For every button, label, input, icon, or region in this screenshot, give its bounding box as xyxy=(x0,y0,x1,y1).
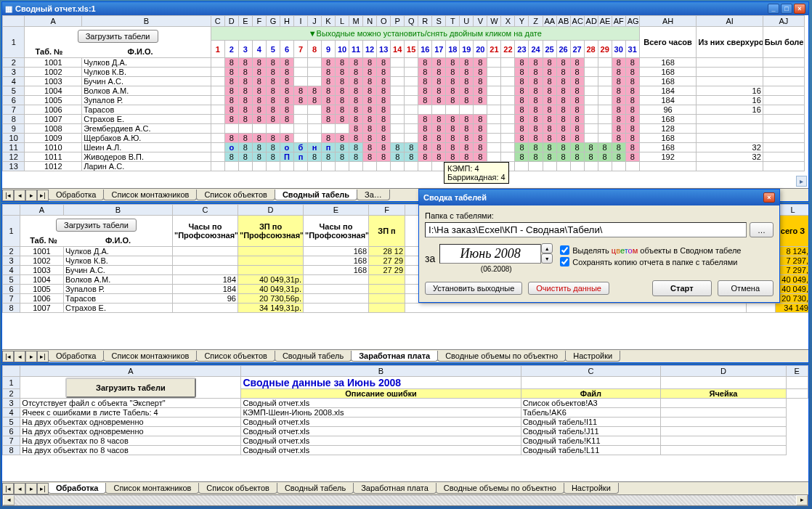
window-title: Сводный отчет.xls:1 xyxy=(15,4,96,13)
day-2[interactable]: 2 xyxy=(224,41,238,58)
load-button-1[interactable]: Загрузить табели xyxy=(78,30,158,43)
day-19[interactable]: 19 xyxy=(460,41,474,58)
day-11[interactable]: 11 xyxy=(349,41,363,58)
col-total-hours: Всего часов xyxy=(639,27,697,58)
sheet-tabs-3: |◂◂▸▸| ОбработкаСписок монтажниковСписок… xyxy=(2,481,808,494)
btn-cancel[interactable]: Отмена xyxy=(718,280,774,296)
day-4[interactable]: 4 xyxy=(252,41,266,58)
cell-tooltip: КЭМП: 4 Баррикадная: 4 xyxy=(444,162,509,184)
col-overtime: Из них сверхурочно xyxy=(697,27,763,58)
day-26[interactable]: 26 xyxy=(556,41,570,58)
day-15[interactable]: 15 xyxy=(405,41,418,58)
month-down[interactable]: ▼ xyxy=(541,253,553,264)
corner-cell[interactable] xyxy=(3,16,25,27)
sheet-tab[interactable]: Заработная плата xyxy=(353,483,437,494)
day-13[interactable]: 13 xyxy=(377,41,391,58)
sheet-tabs-2: |◂◂▸▸| ОбработкаСписок монтажниковСписок… xyxy=(2,349,808,362)
day-6[interactable]: 6 xyxy=(280,41,293,58)
grid-1[interactable]: A B CDEFGHIJKLMNOPQRSTUVWXYZAAABACADAEAF… xyxy=(2,15,805,171)
col-tab-no: Таб. № xyxy=(26,47,71,56)
load-button-2[interactable]: Загрузить табели xyxy=(56,219,137,232)
dialog-close-button[interactable]: × xyxy=(763,192,775,203)
day-30[interactable]: 30 xyxy=(612,41,625,58)
sheet-tab[interactable]: Настройки xyxy=(565,351,620,362)
day-14[interactable]: 14 xyxy=(391,41,405,58)
sheet-tab[interactable]: Обработка xyxy=(48,190,104,200)
day-3[interactable]: 3 xyxy=(238,41,252,58)
sheet-tab[interactable]: Список объектов xyxy=(198,483,277,494)
day-28[interactable]: 28 xyxy=(584,41,598,58)
day-21[interactable]: 21 xyxy=(487,41,501,58)
col-sick: Был болен xyxy=(763,27,804,58)
folder-path-input[interactable] xyxy=(425,222,747,237)
day-24[interactable]: 24 xyxy=(529,41,543,58)
browse-button[interactable]: … xyxy=(750,222,774,237)
hscroll-3[interactable]: ◂▸ xyxy=(2,494,808,506)
sheet-tab[interactable]: Список монтажников xyxy=(103,190,197,200)
day-10[interactable]: 10 xyxy=(336,41,349,58)
day-1[interactable]: 1 xyxy=(211,41,224,58)
grid-3[interactable]: A B C D E 1 Загрузить табели Сводные дан… xyxy=(2,365,808,455)
dialog-titlebar: Сводка табелей × xyxy=(419,190,779,205)
sheet-tab[interactable]: Список монтажников xyxy=(103,351,197,362)
sheet-tab[interactable]: Сводные объемы по объектно xyxy=(437,351,566,362)
tab-first[interactable]: |◂ xyxy=(2,190,14,201)
minimize-button[interactable]: _ xyxy=(768,4,779,14)
load-button-3[interactable]: Загрузить табели xyxy=(65,378,196,398)
workbook-window-1: ▦ Сводный отчет.xls:1 _ □ × A B CDEFGHIJ… xyxy=(1,1,809,202)
sheet-tab[interactable]: Заработная плата xyxy=(351,351,438,362)
btn-clear[interactable]: Очистить данные xyxy=(528,282,609,295)
month-sub: (06.2008) xyxy=(481,265,512,273)
month-up[interactable]: ▲ xyxy=(541,243,553,253)
workbook-window-3: A B C D E 1 Загрузить табели Сводные дан… xyxy=(1,365,809,506)
chk-highlight[interactable] xyxy=(560,245,569,255)
day-5[interactable]: 5 xyxy=(266,41,280,58)
folder-label: Папка с табелями: xyxy=(425,211,774,220)
day-20[interactable]: 20 xyxy=(474,41,487,58)
sheet-tab[interactable]: Обработка xyxy=(48,483,106,494)
sheet-tab[interactable]: Сводные объемы по объектно xyxy=(436,483,564,494)
tab-next[interactable]: ▸ xyxy=(25,190,37,201)
sheet-tab[interactable]: За… xyxy=(357,190,390,200)
chk-save-copy[interactable] xyxy=(560,257,569,266)
nav-arrow-right-1[interactable]: ▸ xyxy=(796,176,807,187)
sheet-tab[interactable]: Обработка xyxy=(48,351,104,362)
day-12[interactable]: 12 xyxy=(363,41,377,58)
day-22[interactable]: 22 xyxy=(501,41,515,58)
sheet-tab[interactable]: Список объектов xyxy=(196,190,275,200)
day-17[interactable]: 17 xyxy=(432,41,446,58)
close-button[interactable]: × xyxy=(794,4,805,14)
day-29[interactable]: 29 xyxy=(598,41,612,58)
sheet-tab[interactable]: Сводный табель xyxy=(277,483,354,494)
sheet-tab[interactable]: Настройки xyxy=(564,483,619,494)
day-25[interactable]: 25 xyxy=(543,41,556,58)
titlebar-1: ▦ Сводный отчет.xls:1 _ □ × xyxy=(2,2,808,15)
month-field[interactable]: Июнь 2008 xyxy=(439,244,541,264)
day-7[interactable]: 7 xyxy=(293,41,307,58)
summary-title: Сводные данные за Июнь 2008 xyxy=(241,377,521,389)
banner-text: ▼Выходные можно установить/снять двойным… xyxy=(211,27,639,41)
day-8[interactable]: 8 xyxy=(307,41,321,58)
tab-last[interactable]: ▸| xyxy=(37,190,49,201)
sheet-tab[interactable]: Сводный табель xyxy=(275,351,352,362)
app-icon: ▦ xyxy=(5,4,12,14)
col-fio: Ф.И.О. xyxy=(71,47,208,56)
day-18[interactable]: 18 xyxy=(446,41,460,58)
sheet-tab[interactable]: Список объектов xyxy=(196,351,275,362)
za-label: за xyxy=(425,253,435,264)
maximize-button[interactable]: □ xyxy=(781,4,792,14)
tab-prev[interactable]: ◂ xyxy=(14,190,25,201)
day-31[interactable]: 31 xyxy=(625,41,639,58)
sheet-tab[interactable]: Сводный табель xyxy=(275,190,357,200)
summary-dialog: Сводка табелей × Папка с табелями: … за … xyxy=(418,189,780,303)
btn-start[interactable]: Старт xyxy=(652,280,711,296)
day-27[interactable]: 27 xyxy=(570,41,584,58)
day-23[interactable]: 23 xyxy=(515,41,529,58)
btn-holidays[interactable]: Установить выходные xyxy=(425,282,522,295)
sheet-tab[interactable]: Список монтажников xyxy=(105,483,199,494)
day-16[interactable]: 16 xyxy=(418,41,432,58)
day-9[interactable]: 9 xyxy=(322,41,336,58)
